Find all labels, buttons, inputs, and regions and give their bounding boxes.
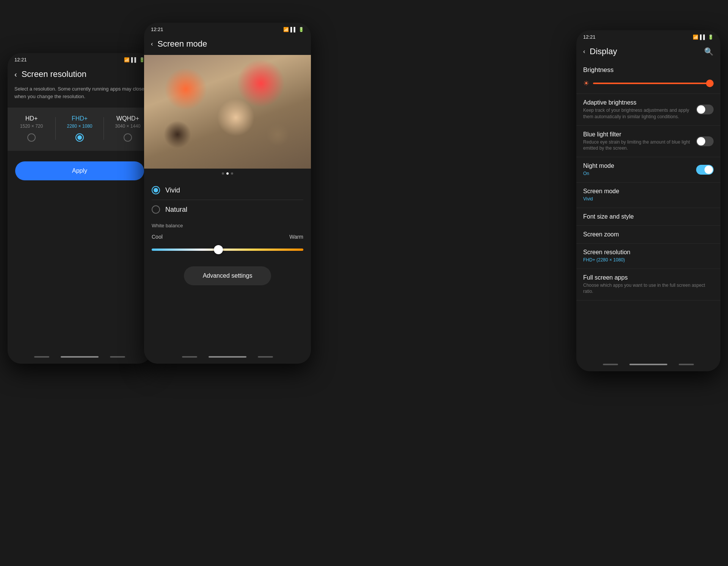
nav-indicator-recents-c[interactable]: [258, 356, 273, 358]
wb-slider-labels: Cool Warm: [152, 234, 303, 240]
full-screen-title: Full screen apps: [583, 274, 714, 281]
font-size-title: Font size and style: [583, 213, 714, 220]
brightness-slider-row: ☀: [583, 79, 714, 88]
header-left: ‹ Display: [583, 47, 617, 56]
wqhd-plus-radio[interactable]: [124, 133, 132, 142]
hd-plus-option[interactable]: HD+ 1520 × 720: [8, 115, 55, 142]
dot-3[interactable]: [231, 172, 233, 175]
natural-mode-row[interactable]: Natural: [152, 200, 303, 219]
vivid-mode-row[interactable]: Vivid: [152, 181, 303, 200]
night-mode-left: Night mode On: [583, 163, 696, 177]
dot-2[interactable]: [226, 172, 229, 175]
carousel-dots: [144, 169, 311, 178]
blue-light-sub: Reduce eye strain by limiting the amount…: [583, 139, 696, 152]
full-screen-row[interactable]: Full screen apps Choose which apps you w…: [576, 269, 720, 301]
screen-resolution-header: ‹ Screen resolution: [8, 65, 152, 85]
wifi-icon-right: 📶: [693, 34, 698, 40]
hd-plus-pixels: 1520 × 720: [20, 124, 43, 129]
white-balance-section: White balance Cool Warm: [144, 220, 311, 262]
screen-mode-title: Screen mode: [583, 188, 714, 195]
status-bar-center: 12:21 📶 ▌▌ 🔋: [144, 23, 311, 34]
brightness-track[interactable]: [593, 83, 714, 84]
night-mode-sub: On: [583, 170, 696, 177]
status-bar-left: 12:21 📶 ▌▌ 🔋: [8, 53, 152, 65]
night-mode-toggle[interactable]: [696, 165, 714, 175]
blue-light-title: Blue light filter: [583, 131, 696, 138]
dot-1[interactable]: [222, 172, 224, 175]
nav-indicator-back-r[interactable]: [603, 364, 618, 365]
back-button-left[interactable]: ‹: [14, 70, 17, 79]
screen-zoom-title: Screen zoom: [583, 231, 714, 238]
full-screen-left: Full screen apps Choose which apps you w…: [583, 274, 714, 295]
wb-slider-thumb[interactable]: [214, 245, 223, 254]
page-title-right: Display: [590, 47, 617, 56]
signal-icon: ▌▌: [131, 57, 138, 63]
screen-mode-row[interactable]: Screen mode Vivid: [576, 183, 720, 208]
left-phone: 12:21 📶 ▌▌ 🔋 ‹ Screen resolution Select …: [8, 53, 152, 364]
nav-indicator-recents[interactable]: [110, 356, 125, 358]
hd-plus-radio[interactable]: [27, 133, 36, 142]
fhd-plus-radio[interactable]: [75, 133, 84, 142]
night-mode-title: Night mode: [583, 163, 696, 169]
back-button-right[interactable]: ‹: [583, 48, 585, 55]
apply-button[interactable]: Apply: [15, 161, 144, 180]
screen-zoom-row[interactable]: Screen zoom: [576, 226, 720, 244]
screen-resolution-row[interactable]: Screen resolution FHD+ (2280 × 1080): [576, 244, 720, 269]
blue-light-row[interactable]: Blue light filter Reduce eye strain by l…: [576, 126, 720, 158]
wb-slider-track: [152, 249, 303, 251]
blue-light-toggle[interactable]: [696, 136, 714, 146]
nav-indicator-home-c[interactable]: [209, 356, 246, 358]
night-mode-row[interactable]: Night mode On: [576, 157, 720, 183]
wb-slider[interactable]: [152, 244, 303, 256]
adaptive-brightness-sub: Keep track of your brightness adjustment…: [583, 107, 696, 120]
page-title-left: Screen resolution: [22, 69, 86, 79]
screen-resolution-left: Screen resolution FHD+ (2280 × 1080): [583, 249, 714, 263]
adaptive-brightness-row[interactable]: Adaptive brightness Keep track of your b…: [576, 94, 720, 126]
wifi-icon: 📶: [124, 57, 130, 63]
status-bar-right: 12:21 📶 ▌▌ 🔋: [576, 30, 720, 42]
screen-mode-preview: [144, 55, 311, 169]
nav-indicator-home[interactable]: [61, 356, 99, 358]
battery-icon-center: 🔋: [298, 27, 304, 32]
nav-indicator-home-r[interactable]: [629, 364, 667, 365]
adaptive-brightness-toggle[interactable]: [696, 105, 714, 114]
nav-indicator-back-c[interactable]: [182, 356, 197, 358]
screen-resolution-sub: FHD+ (2280 × 1080): [583, 257, 714, 263]
natural-radio[interactable]: [152, 205, 160, 214]
right-phone: 12:21 📶 ▌▌ 🔋 ‹ Display 🔍 Brightness ☀ Ad…: [576, 30, 720, 371]
screen-resolution-title: Screen resolution: [583, 249, 714, 256]
screen-mode-left: Screen mode Vivid: [583, 188, 714, 202]
wqhd-plus-pixels: 3040 × 1440: [115, 124, 140, 129]
mode-options: Vivid Natural: [144, 178, 311, 220]
nav-indicator-back[interactable]: [34, 356, 49, 358]
bottom-bar-center: [144, 350, 311, 364]
adaptive-brightness-title: Adaptive brightness: [583, 99, 696, 106]
vivid-radio[interactable]: [152, 186, 160, 194]
fhd-plus-option[interactable]: FHD+ 2280 × 1080: [56, 115, 104, 142]
food-image: [144, 55, 311, 169]
vivid-label: Vivid: [165, 186, 180, 194]
sun-icon: ☀: [583, 79, 589, 88]
center-phone: 12:21 📶 ▌▌ 🔋 ‹ Screen mode Vivid Natural…: [144, 23, 311, 364]
fhd-plus-pixels: 2280 × 1080: [67, 124, 92, 129]
hd-plus-label: HD+: [25, 115, 38, 122]
advanced-settings-button[interactable]: Advanced settings: [184, 266, 271, 285]
nav-indicator-recents-r[interactable]: [679, 364, 694, 365]
resolution-description: Select a resolution. Some currently runn…: [8, 85, 152, 108]
wifi-icon-center: 📶: [283, 27, 289, 32]
brightness-label: Brightness: [583, 66, 714, 74]
brightness-section: Brightness ☀: [576, 63, 720, 94]
white-balance-label: White balance: [152, 223, 303, 228]
brightness-thumb[interactable]: [706, 80, 714, 87]
fhd-plus-label: FHD+: [72, 115, 88, 122]
screen-mode-sub: Vivid: [583, 196, 714, 202]
signal-icon-right: ▌▌: [700, 34, 706, 40]
back-button-center[interactable]: ‹: [151, 41, 153, 47]
wqhd-plus-label: WQHD+: [116, 115, 139, 122]
apply-button-wrap: Apply: [8, 151, 152, 191]
time-left: 12:21: [14, 57, 27, 63]
search-icon[interactable]: 🔍: [704, 47, 714, 56]
signal-icon-center: ▌▌: [290, 27, 297, 32]
font-size-row[interactable]: Font size and style: [576, 208, 720, 226]
page-title-center: Screen mode: [157, 39, 207, 49]
